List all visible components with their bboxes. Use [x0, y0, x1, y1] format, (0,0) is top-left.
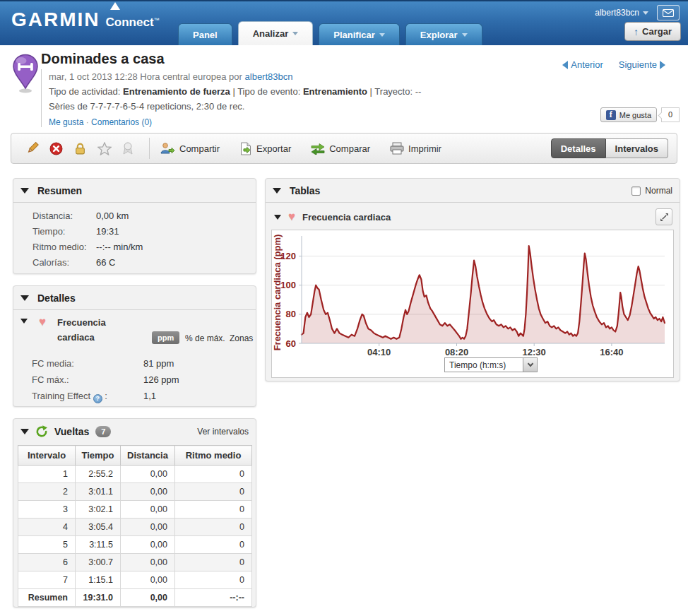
unit-ppm-button[interactable]: ppm: [152, 331, 179, 344]
cell: 0: [175, 501, 252, 519]
table-row: 71:15.10,000: [18, 571, 252, 589]
view-intervals-link[interactable]: Ver intervalos: [197, 427, 249, 437]
activity-type-value: Entrenamiento de fuerza: [123, 86, 230, 97]
facebook-like-button[interactable]: f Me gusta: [600, 107, 657, 122]
export-page-icon: [239, 142, 252, 155]
table-row: 53:11.50,000: [18, 536, 252, 554]
cell: 3:05.4: [76, 519, 121, 536]
percent-max-button[interactable]: % de máx.: [185, 333, 225, 343]
divider: [149, 138, 150, 159]
tab-explorar[interactable]: Explorar: [405, 23, 482, 45]
mail-button[interactable]: [657, 5, 680, 20]
summary-table-row: Resumen 19:31.0 0,00 --:--: [18, 589, 252, 607]
x-axis-select-value: Tiempo (h:m:s): [445, 360, 523, 370]
edit-pencil-icon[interactable]: [25, 142, 39, 155]
cell: 3: [18, 501, 76, 519]
column-header: Ritmo medio: [175, 446, 252, 466]
zones-button[interactable]: Zonas: [230, 333, 253, 343]
collapse-triangle-icon[interactable]: [273, 188, 281, 194]
upload-arrow-icon: ↑: [634, 26, 639, 37]
cell: 0,00: [121, 536, 175, 554]
cell: 7: [18, 571, 76, 589]
cell: Resumen: [18, 589, 76, 607]
comments-link[interactable]: Comentarios (0): [91, 117, 152, 127]
normal-label: Normal: [645, 186, 672, 196]
laps-table: Intervalo Tiempo Distancia Ritmo medio 1…: [18, 445, 252, 607]
privacy-lock-icon[interactable]: [73, 142, 87, 155]
row-label: FC máx.:: [32, 372, 143, 388]
table-row: 33:02.10,000: [18, 501, 252, 519]
collapse-triangle-icon[interactable]: [20, 295, 29, 301]
arrow-left-icon: [562, 61, 568, 69]
logo-garmin-text: GARMIN: [11, 8, 100, 30]
cell: 5: [18, 536, 76, 554]
chevron-down-icon: [379, 33, 385, 37]
tab-analizar[interactable]: Analizar: [238, 21, 314, 45]
medal-icon[interactable]: [122, 142, 134, 155]
collapse-triangle-icon[interactable]: [274, 215, 281, 220]
column-header: Distancia: [121, 446, 175, 466]
logo-connect-text: Connect: [106, 16, 154, 29]
cell: 0: [175, 483, 252, 501]
previous-activity-link[interactable]: Anterior: [562, 59, 603, 70]
collapse-triangle-icon[interactable]: [20, 319, 28, 324]
next-activity-link[interactable]: Siguiente: [619, 59, 665, 70]
print-button[interactable]: Imprimir: [390, 142, 441, 155]
toggle-detalles[interactable]: Detalles: [551, 138, 606, 158]
date-line: mar, 1 oct 2013 12:28 Hora central europ…: [49, 69, 550, 84]
date-text: mar, 1 oct 2013 12:28 Hora central europ…: [49, 71, 242, 82]
help-icon[interactable]: ?: [93, 394, 102, 403]
like-link[interactable]: Me gusta: [49, 117, 83, 127]
row-value: --:-- min/km: [96, 242, 143, 252]
table-row: 43:05.40,000: [18, 519, 252, 536]
row-value: 1,1: [143, 391, 156, 401]
cell: 0: [175, 466, 252, 483]
facebook-icon: f: [606, 110, 616, 120]
svg-text:04:10: 04:10: [367, 347, 391, 356]
facebook-like-label: Me gusta: [619, 111, 651, 119]
favorite-star-icon[interactable]: [97, 142, 112, 155]
table-header-row: Intervalo Tiempo Distancia Ritmo medio: [18, 446, 252, 466]
table-row: 23:01.10,000: [18, 483, 252, 501]
tab-planificar[interactable]: Planificar: [319, 23, 400, 45]
collapse-triangle-icon[interactable]: [20, 188, 29, 194]
collapse-triangle-icon[interactable]: [20, 429, 29, 434]
row-value: 0,00 km: [96, 211, 129, 221]
chevron-down-icon: [292, 32, 298, 35]
tab-panel[interactable]: Panel: [178, 23, 232, 45]
user-bar: albert83bcn: [595, 5, 680, 20]
cell: 2:55.2: [76, 466, 121, 483]
heart-rate-section-header: ♥ Frecuencia cardiaca ppm % de máx. Zona…: [13, 313, 256, 353]
garmin-logo[interactable]: GARMINConnect™: [11, 8, 160, 31]
cell: 2: [18, 483, 76, 501]
share-button[interactable]: Compartir: [160, 142, 220, 155]
normal-checkbox[interactable]: [631, 186, 641, 196]
colon: :: [105, 391, 107, 401]
cell: 1: [18, 466, 76, 483]
expand-icon: [660, 213, 669, 222]
cell: 0,00: [121, 483, 175, 501]
nav-tabs: Panel Analizar Planificar Explorar: [178, 21, 482, 45]
upload-button[interactable]: ↑ Cargar: [624, 22, 681, 41]
expand-chart-button[interactable]: [656, 208, 672, 225]
heart-rate-section-title: Frecuencia cardiaca: [57, 315, 106, 345]
activity-pin-icon: [12, 54, 39, 96]
cell: 0,00: [121, 466, 175, 483]
compare-button[interactable]: Comparar: [311, 142, 370, 155]
user-menu[interactable]: albert83bcn: [595, 8, 648, 18]
activity-type-line: Tipo de actividad: Entrenamiento de fuer…: [49, 84, 550, 99]
view-toggle: Detalles Intervalos: [551, 138, 668, 158]
arrow-right-icon: [660, 61, 665, 69]
toggle-intervalos[interactable]: Intervalos: [606, 138, 668, 158]
delete-icon[interactable]: [49, 142, 63, 155]
username-text: albert83bcn: [595, 8, 639, 18]
author-link[interactable]: albert83bcn: [245, 71, 293, 82]
hr-chart-svg: 608010012004:1008:2012:3016:40Frecuencia…: [272, 230, 672, 356]
quick-actions: [20, 142, 139, 155]
cell: 1:15.1: [76, 571, 121, 589]
table-row: 12:55.20,000: [18, 466, 252, 483]
x-axis-unit-select[interactable]: Tiempo (h:m:s): [444, 357, 538, 372]
export-button[interactable]: Exportar: [239, 142, 291, 155]
details-title: Detalles: [37, 292, 76, 304]
svg-text:16:40: 16:40: [600, 347, 623, 356]
